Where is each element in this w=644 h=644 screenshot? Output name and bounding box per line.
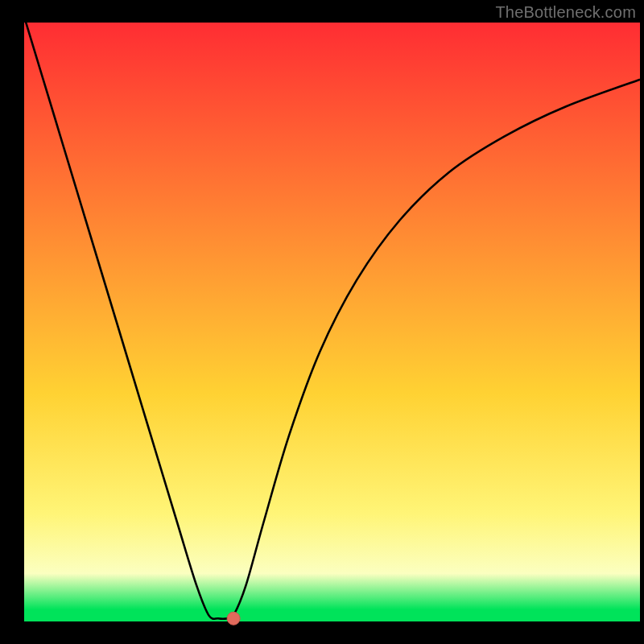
optimal-point-marker <box>227 612 240 625</box>
bottleneck-chart <box>0 0 644 644</box>
attribution-text: TheBottleneck.com <box>495 3 636 22</box>
chart-stage: TheBottleneck.com <box>0 0 644 644</box>
